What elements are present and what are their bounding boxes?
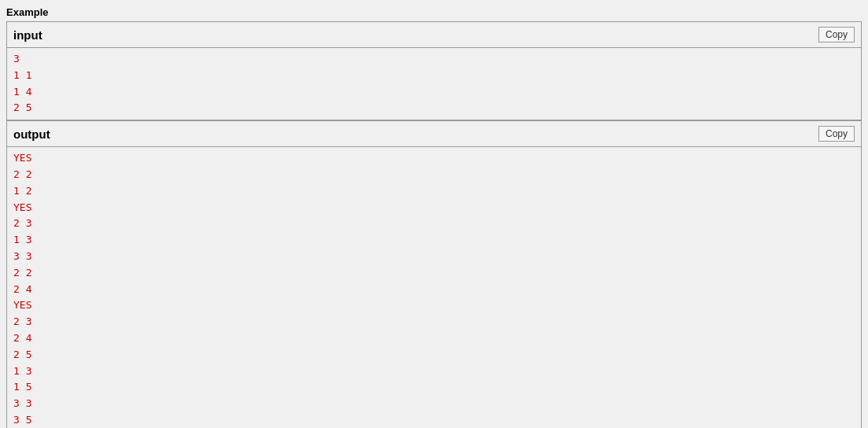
output-line: 1 3: [13, 232, 855, 249]
input-section-title: input: [13, 28, 42, 42]
input-section: input Copy 31 11 42 5: [6, 21, 862, 120]
output-line: 2 3: [13, 216, 855, 232]
output-line: 3 3: [13, 249, 855, 265]
input-line: 2 5: [13, 100, 855, 116]
output-line: YES: [13, 200, 855, 216]
input-line: 1 1: [13, 68, 855, 84]
output-line: 2 5: [13, 347, 855, 363]
output-section-title: output: [13, 127, 50, 141]
input-line: 3: [13, 51, 855, 68]
output-line: 3 3: [13, 396, 855, 412]
output-section: output Copy YES2 21 2YES2 31 33 32 22 4Y…: [6, 120, 862, 428]
output-line: 2 2: [13, 265, 855, 282]
output-line: YES: [13, 150, 855, 167]
output-line: 2 3: [13, 314, 855, 330]
output-line: 2 4: [13, 330, 855, 347]
input-section-content: 31 11 42 5: [7, 48, 861, 120]
output-copy-button[interactable]: Copy: [818, 126, 855, 142]
input-line: 1 4: [13, 84, 855, 101]
example-label: Example: [6, 6, 862, 18]
output-line: 2 4: [13, 282, 855, 298]
output-line: 1 2: [13, 183, 855, 200]
output-line: 2 2: [13, 167, 855, 183]
output-line: 1 5: [13, 379, 855, 396]
output-section-header: output Copy: [7, 121, 861, 147]
output-section-content: YES2 21 2YES2 31 33 32 22 4YES2 32 42 51…: [7, 147, 861, 428]
input-section-header: input Copy: [7, 22, 861, 48]
input-copy-button[interactable]: Copy: [818, 27, 855, 42]
output-line: 3 5: [13, 412, 855, 428]
output-line: 1 3: [13, 363, 855, 380]
output-line: YES: [13, 297, 855, 314]
